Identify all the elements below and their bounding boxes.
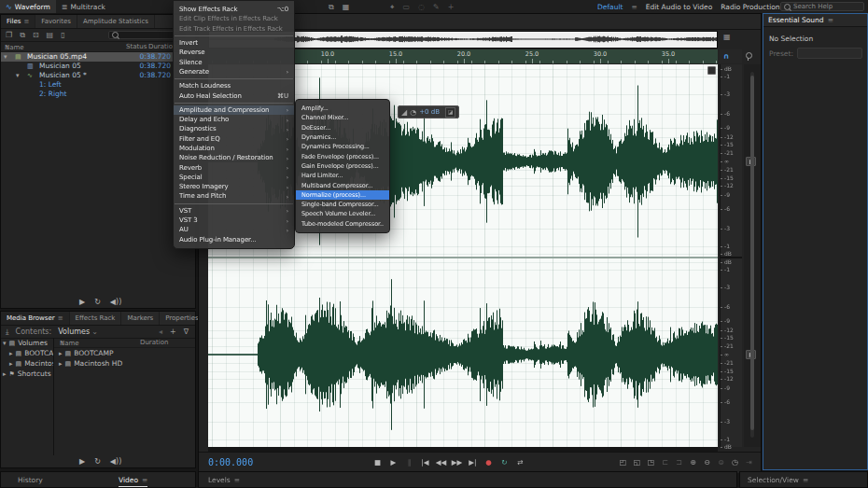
workspace-default[interactable]: Default: [597, 3, 623, 11]
tree-item-bootcamp[interactable]: ▸▤BOOTCAMP: [1, 348, 53, 358]
open-file-icon[interactable]: ❐: [6, 31, 12, 40]
zoom-to-selection-button[interactable]: ◳: [645, 456, 657, 468]
move-cti-next-button[interactable]: ▶|: [466, 456, 480, 468]
tab-history[interactable]: History: [18, 476, 43, 484]
hud-gain-value[interactable]: +0 dB: [419, 108, 440, 116]
record-button[interactable]: ●: [482, 456, 496, 468]
move-cti-previous-button[interactable]: |◀: [418, 456, 432, 468]
menu-item-invert[interactable]: Invert: [174, 38, 294, 48]
grid-options-icon[interactable]: ▦: [723, 33, 731, 41]
menu-item-match-loudness[interactable]: Match Loudness: [174, 81, 294, 91]
workspace-item-radio-production[interactable]: Radio Production: [721, 3, 779, 11]
twirl-down-icon[interactable]: ▾: [4, 52, 7, 62]
workspace-item-edit-audio-to-video[interactable]: Edit Audio to Video: [646, 3, 713, 11]
menu-item-reverb[interactable]: Reverb›: [174, 162, 294, 172]
file-row-musician-05[interactable]: ▾∿Musician 05 *0:38.720: [1, 71, 195, 80]
tab-selection-view[interactable]: Selection/View≡: [748, 476, 808, 484]
menu-item-channel-mixer[interactable]: Channel Mixer...: [296, 113, 389, 122]
contents-dropdown[interactable]: Volumes ⌄: [58, 327, 98, 337]
filter-icon[interactable]: ∇: [184, 328, 189, 336]
zoom-amplitude-button[interactable]: ⊜: [715, 456, 727, 468]
skip-selection-button[interactable]: ⇄: [513, 456, 527, 468]
column-duration[interactable]: Duration: [140, 339, 168, 346]
twirl-down-icon[interactable]: ▾: [16, 71, 20, 80]
file-row-2-right[interactable]: 2: Right: [1, 90, 195, 99]
zoom-selection-left-button[interactable]: ⊏: [659, 456, 671, 468]
menu-item-multiband-compressor[interactable]: Multiband Compressor...: [296, 180, 389, 189]
tab-levels[interactable]: Levels≡: [208, 476, 240, 484]
toggle-mixer-icon[interactable]: ▦: [343, 3, 350, 11]
zoom-in-point-button[interactable]: ◰: [617, 456, 629, 468]
vertical-zoom-scrollbar[interactable]: [750, 72, 754, 438]
rewind-button[interactable]: ◀◀: [434, 456, 448, 468]
play-button[interactable]: ▶: [79, 298, 85, 306]
menu-item-vst[interactable]: VST›: [174, 206, 294, 216]
tab-files[interactable]: Files≡: [1, 15, 35, 28]
menu-item-generate[interactable]: Generate›: [174, 67, 294, 77]
panel-menu-icon[interactable]: ≡: [23, 18, 29, 25]
menu-item-vst-3[interactable]: VST 3›: [174, 216, 294, 225]
column-status[interactable]: Status: [126, 43, 147, 50]
fast-forward-button[interactable]: ▶▶: [450, 456, 464, 468]
menu-item-special[interactable]: Special›: [174, 173, 294, 182]
loop-button[interactable]: ↻: [94, 457, 101, 466]
preset-dropdown[interactable]: [797, 48, 862, 59]
paintbrush-tool-icon[interactable]: ✎: [433, 3, 440, 11]
media-list-row-bootcamp[interactable]: ▸▤BOOTCAMP: [54, 348, 195, 358]
back-icon[interactable]: ◂: [159, 328, 162, 336]
search-help-input[interactable]: Search Help: [780, 2, 864, 11]
zoom-out-point-button[interactable]: ◱: [631, 456, 643, 468]
timecode-display[interactable]: 0:00.000: [208, 457, 253, 467]
lasso-selection-tool-icon[interactable]: ◌: [418, 3, 425, 11]
time-selection-tool-icon[interactable]: ⌖: [390, 3, 395, 11]
new-content-icon[interactable]: ▤: [47, 31, 54, 40]
zoom-in-time-button[interactable]: ⊕: [687, 456, 699, 468]
hud-settings-button[interactable]: ◪: [445, 107, 455, 118]
menu-item-amplify[interactable]: Amplify...: [296, 104, 389, 113]
loop-button[interactable]: ↻: [94, 298, 101, 306]
menu-item-silence[interactable]: Silence: [174, 57, 294, 66]
tab-markers[interactable]: Markers: [121, 312, 160, 325]
stop-button[interactable]: ■: [371, 456, 385, 468]
knob-icon[interactable]: ◔: [410, 108, 416, 117]
trash-icon[interactable]: ▯: [61, 31, 64, 40]
fade-out-handle[interactable]: [707, 66, 716, 75]
twirl-right-icon[interactable]: ▸: [59, 360, 63, 368]
speaker-icon[interactable]: ◀)): [110, 298, 121, 306]
menu-item-time-and-pitch[interactable]: Time and Pitch›: [174, 191, 294, 201]
speaker-icon[interactable]: ◀)): [110, 457, 121, 466]
menu-item-show-effects-rack[interactable]: Show Effects Rack⌥0: [174, 5, 294, 14]
amplitude-ruler[interactable]: dB-1-3-6-9-12-15-21∞-21-15-12-9-6-3-1dBd…: [720, 64, 742, 447]
menu-item-speech-volume-leveler[interactable]: Speech Volume Leveler...: [296, 209, 389, 218]
zoom-out-time-button[interactable]: ⊖: [701, 456, 713, 468]
pin-icon[interactable]: [746, 52, 752, 61]
twirl-right-icon[interactable]: ▸: [59, 350, 63, 357]
menu-item-auto-heal-selection[interactable]: Auto Heal Selection⌘U: [174, 91, 294, 100]
menu-item-delay-and-echo[interactable]: Delay and Echo›: [174, 115, 294, 124]
download-media-icon[interactable]: ⤓: [6, 328, 9, 337]
menu-item-edit-clip-effects-in-effects-rack[interactable]: Edit Clip Effects in Effects Rack: [174, 14, 294, 23]
twirl-right-icon[interactable]: ▸: [9, 360, 13, 368]
file-row-musician-05-mp4[interactable]: ▾▤Musician 05.mp40:38.720: [1, 52, 195, 62]
twirl-down-icon[interactable]: ▾: [3, 340, 7, 347]
tab-media-browser[interactable]: Media Browser≡: [1, 312, 70, 325]
menu-item-noise-reduction-restoration[interactable]: Noise Reduction / Restoration›: [174, 153, 294, 162]
file-row-musician-05[interactable]: ▥Musician 050:38.720: [1, 62, 195, 71]
menu-item-hard-limiter[interactable]: Hard Limiter...: [296, 171, 389, 180]
marquee-selection-tool-icon[interactable]: ▭: [403, 3, 411, 11]
menu-item-fade-envelope-process[interactable]: Fade Envelope (process)...: [296, 151, 389, 160]
view-button-waveform[interactable]: ∿Waveform: [0, 0, 56, 13]
menu-item-filter-and-eq[interactable]: Filter and EQ›: [174, 134, 294, 144]
view-button-multitrack[interactable]: ≣Multitrack: [56, 0, 111, 13]
menu-item-stereo-imagery[interactable]: Stereo Imagery›: [174, 182, 294, 191]
menu-item-deesser[interactable]: DeEsser...: [296, 123, 389, 132]
zoom-selection-right-button[interactable]: ⊐: [673, 456, 685, 468]
insert-into-multitrack-icon[interactable]: ⊡: [33, 31, 39, 40]
tab-effects-rack[interactable]: Effects Rack: [70, 312, 122, 325]
twirl-right-icon[interactable]: ▸: [3, 370, 7, 378]
menu-item-tube-modeled-compressor[interactable]: Tube-modeled Compressor...: [296, 219, 389, 229]
pause-button[interactable]: ‖: [402, 456, 416, 468]
tab-amplitude-statistics[interactable]: Amplitude Statistics: [77, 15, 155, 28]
menu-item-amplitude-and-compression[interactable]: Amplitude and Compression›: [174, 105, 294, 115]
monitor-icon[interactable]: ∩: [720, 49, 742, 63]
